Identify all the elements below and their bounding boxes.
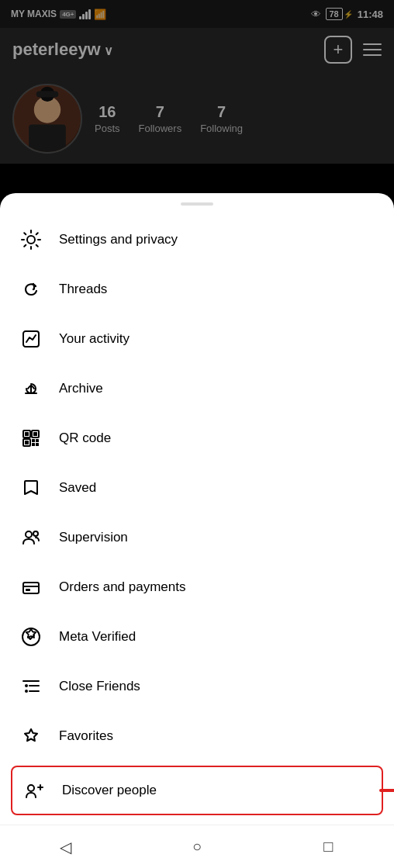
archive-icon	[19, 376, 43, 401]
orders-label: Orders and payments	[59, 579, 185, 595]
discover-highlight-box: Discover people	[11, 766, 383, 815]
svg-point-6	[33, 289, 34, 290]
menu-item-qr[interactable]: QR code	[0, 413, 394, 463]
menu-item-friends[interactable]: Close Friends	[0, 662, 394, 711]
menu-item-archive[interactable]: Archive	[0, 364, 394, 413]
back-button[interactable]: ◁	[55, 836, 77, 858]
svg-point-24	[25, 684, 28, 687]
threads-label: Threads	[59, 282, 107, 297]
menu-item-saved[interactable]: Saved	[0, 463, 394, 513]
home-button[interactable]: ○	[186, 836, 208, 858]
bottom-navigation: ◁ ○ □	[0, 825, 394, 868]
menu-item-meta[interactable]: Meta Verified	[0, 612, 394, 662]
svg-point-19	[33, 531, 38, 536]
favorites-icon	[19, 724, 43, 749]
recents-button[interactable]: □	[317, 836, 339, 858]
bottom-sheet: Settings and privacy Threads Your act	[0, 193, 394, 868]
saved-icon	[19, 475, 43, 500]
archive-label: Archive	[59, 381, 103, 396]
qr-icon	[19, 426, 43, 451]
supervision-label: Supervision	[59, 530, 128, 545]
svg-rect-16	[32, 443, 35, 446]
sheet-handle-area	[0, 193, 394, 209]
svg-rect-15	[36, 439, 39, 442]
menu-item-supervision[interactable]: Supervision	[0, 513, 394, 562]
svg-rect-13	[25, 441, 29, 444]
svg-point-26	[25, 690, 28, 693]
close-friends-icon	[19, 674, 43, 699]
discover-label: Discover people	[62, 783, 157, 798]
svg-point-28	[28, 785, 34, 791]
svg-rect-17	[36, 443, 39, 446]
svg-rect-9	[25, 432, 29, 436]
settings-label: Settings and privacy	[59, 232, 178, 247]
menu-item-activity[interactable]: Your activity	[0, 314, 394, 364]
svg-rect-20	[23, 583, 39, 593]
friends-label: Close Friends	[59, 679, 140, 694]
home-icon: ○	[192, 838, 202, 856]
supervision-icon	[19, 525, 43, 550]
back-icon: ◁	[60, 838, 71, 856]
meta-verified-icon	[19, 624, 43, 649]
qr-label: QR code	[59, 431, 111, 446]
activity-icon	[19, 327, 43, 351]
svg-rect-21	[26, 589, 30, 591]
threads-icon	[19, 277, 43, 302]
menu-item-favorites[interactable]: Favorites	[0, 711, 394, 761]
saved-label: Saved	[59, 480, 96, 496]
menu-list: Settings and privacy Threads Your act	[0, 209, 394, 868]
sheet-handle	[181, 202, 213, 206]
menu-item-threads[interactable]: Threads	[0, 265, 394, 314]
menu-item-discover[interactable]: Discover people	[12, 767, 382, 814]
favorites-label: Favorites	[59, 728, 113, 744]
svg-point-18	[26, 531, 32, 538]
meta-label: Meta Verified	[59, 629, 136, 645]
discover-people-icon	[22, 778, 47, 803]
svg-point-5	[27, 236, 35, 244]
recents-icon: □	[323, 838, 333, 856]
activity-label: Your activity	[59, 331, 130, 347]
orders-icon	[19, 575, 43, 600]
menu-item-orders[interactable]: Orders and payments	[0, 562, 394, 612]
svg-rect-11	[33, 432, 37, 436]
gear-icon	[19, 227, 43, 252]
menu-item-settings[interactable]: Settings and privacy	[0, 215, 394, 265]
red-arrow-indicator	[377, 779, 394, 802]
svg-rect-14	[32, 439, 35, 442]
